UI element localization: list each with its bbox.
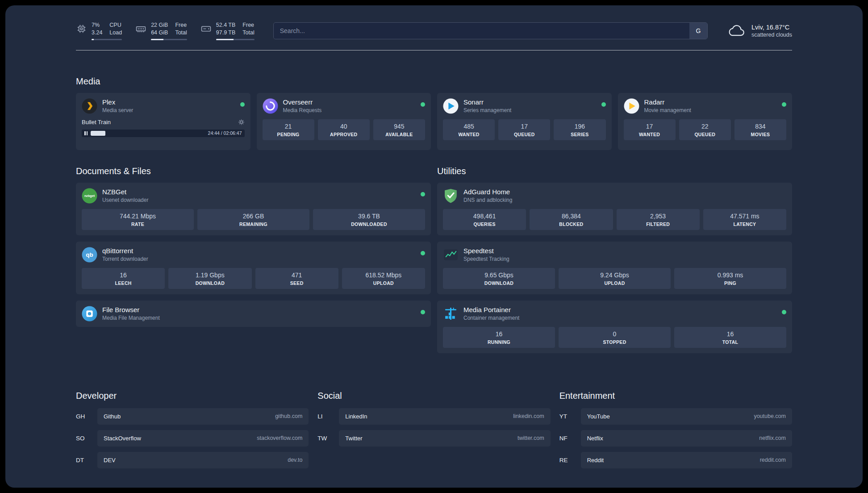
search-provider-button[interactable]: G [689,23,707,39]
search-input[interactable] [274,23,689,39]
bookmark-name: Twitter [345,435,362,442]
cpu-progress-bar [92,39,122,40]
bookmark-link-youtube[interactable]: YouTube youtube.com [581,408,792,425]
header-divider [76,50,792,50]
cpu-load-label: Load [109,29,122,36]
playback-progress-bar[interactable]: 24:44 / 02:06:47 [82,130,245,137]
bookmark-link-twitter[interactable]: Twitter twitter.com [339,430,550,447]
bookmark-link-stackoverflow[interactable]: StackOverflow stackoverflow.com [97,430,309,447]
now-playing-title: Bullet Train [82,119,111,125]
bookmark-link-dev[interactable]: DEV dev.to [97,452,309,468]
service-name: AdGuard Home [463,188,512,196]
search-bar: G [273,22,708,39]
bookmark-url: stackoverflow.com [257,435,302,441]
radarr-icon [624,98,639,114]
stat-filtered: 2,953FILTERED [617,209,700,230]
stat-wanted: 17WANTED [624,119,676,140]
service-card-radarr[interactable]: Radarr Movie management 17WANTED 22QUEUE… [618,93,793,150]
bookmark-name: Reddit [587,457,604,464]
plex-icon [82,98,97,114]
bookmark-url: netflix.com [759,435,786,441]
bookmark-name: LinkedIn [345,413,367,420]
service-card-overseerr[interactable]: Overseerr Media Requests 21PENDING 40APP… [257,93,431,150]
bookmark-name: Github [104,413,121,420]
cpu-monitor: 7% CPU 3.24 Load [76,21,122,40]
stat-movies: 834MOVIES [734,119,786,140]
weather-widget[interactable]: Lviv, 16.87°C scattered clouds [726,24,792,38]
stat-available: 945AVAILABLE [373,119,425,140]
bookmark-url: reddit.com [760,457,786,463]
bookmark-url: twitter.com [517,435,544,441]
stat-upload: 9.24 GbpsUPLOAD [559,268,671,289]
service-card-adguard[interactable]: AdGuard Home DNS and adblocking 498,461Q… [437,183,792,235]
bookmark-abbr: LI [317,413,339,420]
qbittorrent-icon: qb [82,247,97,263]
status-dot [782,102,786,107]
status-dot [421,102,425,107]
section-title-documents: Documents & Files [76,166,431,176]
bookmark-name: StackOverflow [104,435,141,442]
stat-blocked: 86,384BLOCKED [530,209,613,230]
cpu-load-value: 3.24 [92,29,102,36]
section-title-utilities: Utilities [437,166,792,176]
disk-free-label: Free [242,21,254,29]
bookmark-link-linkedin[interactable]: LinkedIn linkedin.com [339,408,550,425]
service-subtitle: Media Requests [283,107,322,113]
section-media: Media Plex Media server Bullet Train [76,76,792,150]
service-card-filebrowser[interactable]: File Browser Media File Management [76,301,431,327]
stat-leech: 16LEECH [82,268,165,289]
bookmark-abbr: SO [76,435,97,442]
bookmark-group-social: Social LI LinkedIn linkedin.com TW Twitt… [317,391,550,474]
speedtest-icon [443,247,459,263]
two-column-area: Documents & Files nzbget NZBGet Usenet d… [76,166,792,359]
service-card-speedtest[interactable]: Speedtest Speedtest Tracking 9.65 GbpsDO… [437,242,792,294]
adguard-icon [443,188,459,204]
cpu-usage-label: CPU [109,21,122,29]
playback-time: 24:44 / 02:06:47 [208,130,242,136]
bookmark-row: SO StackOverflow stackoverflow.com [76,430,309,447]
service-card-qbittorrent[interactable]: qb qBittorrent Torrent downloader 16LEEC… [76,242,431,294]
stat-wanted: 485WANTED [443,119,495,140]
stat-download: 1.19 GbpsDOWNLOAD [168,268,251,289]
section-documents: Documents & Files nzbget NZBGet Usenet d… [76,166,431,333]
service-subtitle: Media File Management [102,315,160,321]
portainer-icon [443,306,459,322]
weather-condition: scattered clouds [751,32,792,38]
memory-free-label: Free [175,21,187,29]
pause-icon[interactable] [84,131,88,135]
section-title-media: Media [76,76,792,87]
progress-track [91,131,205,136]
service-subtitle: Media server [102,107,133,113]
bookmark-link-netflix[interactable]: Netflix netflix.com [581,430,792,447]
bookmark-group-entertainment: Entertainment YT YouTube youtube.com NF … [559,391,792,474]
stat-queued: 17QUEUED [498,119,550,140]
service-card-sonarr[interactable]: Sonarr Series management 485WANTED 17QUE… [437,93,612,150]
topbar: 7% CPU 3.24 Load [76,21,792,40]
disk-total-value: 97.9 TB [216,29,236,36]
service-name: Plex [102,98,133,106]
bookmark-abbr: RE [559,457,581,464]
bookmark-abbr: TW [317,435,339,442]
service-name: Radarr [644,98,691,106]
service-card-portainer[interactable]: Media Portainer Container management 16R… [437,301,792,353]
bookmark-group-developer: Developer GH Github github.com SO StackO… [76,391,309,474]
gear-icon[interactable] [238,119,245,125]
status-dot [782,310,786,314]
service-card-nzbget[interactable]: nzbget NZBGet Usenet downloader 744.21 M… [76,183,431,235]
bookmark-link-reddit[interactable]: Reddit reddit.com [581,452,792,468]
service-subtitle: Container management [463,315,519,321]
cpu-icon [76,21,87,34]
service-subtitle: Series management [463,107,511,113]
stat-series: 196SERIES [554,119,605,140]
bookmark-abbr: DT [76,457,97,464]
weather-location: Lviv, 16.87°C [751,24,792,31]
service-card-plex[interactable]: Plex Media server Bullet Train [76,93,250,150]
service-name: NZBGet [102,188,148,196]
bookmark-link-github[interactable]: Github github.com [97,408,309,425]
screen-frame: 7% CPU 3.24 Load [0,0,868,493]
stat-upload: 618.52 MbpsUPLOAD [342,268,425,289]
sonarr-icon [443,98,459,114]
section-utilities: Utilities AdGuard Home DNS and adblockin… [437,166,792,359]
bookmark-url: github.com [275,413,302,419]
memory-total-label: Total [175,29,187,36]
